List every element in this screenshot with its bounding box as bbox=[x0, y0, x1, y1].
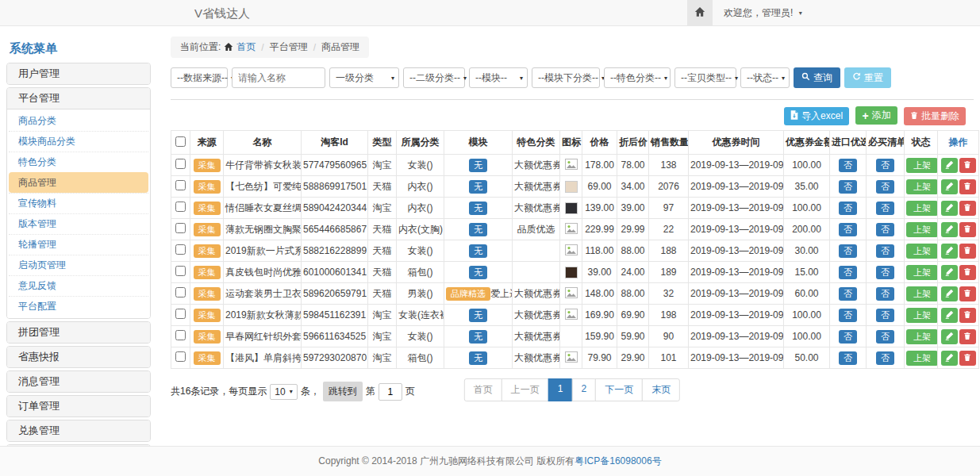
must-buy-toggle[interactable]: 否 bbox=[876, 202, 894, 215]
status-badge[interactable]: 上架 bbox=[906, 179, 938, 194]
must-buy-toggle[interactable]: 否 bbox=[876, 244, 894, 258]
import-excel-button[interactable]: 导入excel bbox=[784, 107, 849, 125]
edit-button[interactable] bbox=[941, 244, 958, 259]
must-buy-toggle[interactable]: 否 bbox=[876, 223, 894, 236]
must-buy-toggle[interactable]: 否 bbox=[876, 180, 894, 194]
sidebar-item[interactable]: 模块商品分类 bbox=[9, 131, 148, 152]
row-checkbox[interactable] bbox=[175, 244, 186, 255]
page-button[interactable]: 上一页 bbox=[502, 378, 549, 401]
page-button[interactable]: 1 bbox=[548, 378, 573, 401]
status-badge[interactable]: 上架 bbox=[906, 158, 938, 173]
reset-button[interactable]: 重置 bbox=[844, 67, 891, 88]
must-buy-toggle[interactable]: 否 bbox=[876, 309, 894, 322]
imported-toggle[interactable]: 否 bbox=[839, 159, 857, 172]
breadcrumb-home-link[interactable]: 首页 bbox=[236, 40, 256, 54]
imported-toggle[interactable]: 否 bbox=[839, 330, 857, 344]
row-checkbox[interactable] bbox=[175, 159, 186, 169]
page-button[interactable]: 末页 bbox=[642, 378, 680, 401]
status-badge[interactable]: 上架 bbox=[906, 329, 938, 344]
edit-button[interactable] bbox=[941, 158, 958, 173]
sidebar-group-heading[interactable]: 消息管理 bbox=[7, 371, 150, 392]
bulk-delete-button[interactable]: 批量删除 bbox=[904, 107, 966, 125]
must-buy-toggle[interactable]: 否 bbox=[876, 351, 894, 365]
filter-select[interactable]: --模块--▾ bbox=[469, 67, 528, 88]
select-all-checkbox[interactable] bbox=[175, 136, 186, 147]
sidebar-item[interactable]: 商品分类 bbox=[9, 111, 148, 131]
must-buy-toggle[interactable]: 否 bbox=[876, 159, 894, 172]
row-checkbox[interactable] bbox=[175, 223, 186, 233]
sidebar-item[interactable]: 轮播管理 bbox=[9, 234, 148, 255]
goto-button[interactable]: 跳转到 bbox=[323, 382, 363, 401]
name-search-input[interactable] bbox=[232, 67, 325, 88]
filter-select[interactable]: 一级分类▾ bbox=[329, 67, 399, 88]
delete-button[interactable] bbox=[959, 286, 976, 301]
edit-button[interactable] bbox=[941, 222, 958, 237]
status-badge[interactable]: 上架 bbox=[906, 244, 938, 259]
row-checkbox[interactable] bbox=[175, 351, 186, 362]
sidebar-group-heading[interactable]: 拼团管理 bbox=[7, 322, 150, 343]
row-checkbox[interactable] bbox=[175, 266, 186, 276]
page-button[interactable]: 首页 bbox=[464, 378, 502, 401]
delete-button[interactable] bbox=[959, 222, 976, 237]
delete-button[interactable] bbox=[959, 244, 976, 259]
page-number-input[interactable] bbox=[379, 383, 402, 401]
sidebar-group-heading[interactable]: 用户管理 bbox=[7, 63, 150, 84]
edit-button[interactable] bbox=[941, 308, 958, 323]
user-menu[interactable]: 欢迎您，管理员! ▾ bbox=[724, 6, 802, 20]
filter-select[interactable]: --状态--▾ bbox=[740, 67, 790, 88]
filter-select[interactable]: --二级分类--▾ bbox=[403, 67, 465, 88]
status-badge[interactable]: 上架 bbox=[906, 286, 938, 301]
delete-button[interactable] bbox=[959, 201, 976, 216]
imported-toggle[interactable]: 否 bbox=[839, 223, 857, 236]
status-badge[interactable]: 上架 bbox=[906, 351, 938, 366]
delete-button[interactable] bbox=[959, 179, 976, 194]
sidebar-group-heading[interactable]: 兑换管理 bbox=[7, 420, 150, 441]
edit-button[interactable] bbox=[941, 179, 958, 194]
edit-button[interactable] bbox=[941, 286, 958, 301]
page-button[interactable]: 下一页 bbox=[595, 378, 643, 401]
sidebar-item[interactable]: 启动页管理 bbox=[9, 255, 148, 275]
delete-button[interactable] bbox=[959, 329, 976, 344]
filter-select[interactable]: --数据来源--▾ bbox=[171, 67, 228, 88]
filter-select[interactable]: --模块下分类--▾ bbox=[532, 67, 600, 88]
sidebar-group-heading[interactable]: 订单管理 bbox=[7, 396, 150, 416]
per-page-select[interactable]: 10 ▾ bbox=[270, 384, 297, 400]
status-badge[interactable]: 上架 bbox=[906, 222, 938, 237]
status-badge[interactable]: 上架 bbox=[906, 265, 938, 280]
must-buy-toggle[interactable]: 否 bbox=[876, 266, 894, 279]
edit-button[interactable] bbox=[941, 351, 958, 366]
sidebar-item[interactable]: 版本管理 bbox=[9, 213, 148, 234]
sidebar-group-heading[interactable]: 平台管理 bbox=[7, 88, 150, 109]
add-button[interactable]: + 添加 bbox=[855, 106, 897, 125]
status-badge[interactable]: 上架 bbox=[906, 308, 938, 323]
search-button[interactable]: 查询 bbox=[794, 67, 840, 88]
sidebar-item[interactable]: 商品管理 bbox=[9, 172, 148, 193]
delete-button[interactable] bbox=[959, 265, 976, 280]
imported-toggle[interactable]: 否 bbox=[839, 180, 857, 194]
imported-toggle[interactable]: 否 bbox=[839, 202, 857, 215]
imported-toggle[interactable]: 否 bbox=[839, 309, 857, 322]
row-checkbox[interactable] bbox=[175, 180, 186, 190]
row-checkbox[interactable] bbox=[175, 287, 186, 298]
sidebar-item[interactable]: 宣传物料 bbox=[9, 193, 148, 213]
status-badge[interactable]: 上架 bbox=[906, 201, 938, 216]
delete-button[interactable] bbox=[959, 351, 976, 366]
row-checkbox[interactable] bbox=[175, 309, 186, 319]
sidebar-item[interactable]: 意见反馈 bbox=[9, 275, 148, 296]
row-checkbox[interactable] bbox=[175, 202, 186, 212]
imported-toggle[interactable]: 否 bbox=[839, 287, 857, 301]
delete-button[interactable] bbox=[959, 158, 976, 173]
icp-link[interactable]: 粤ICP备16098006号 bbox=[575, 455, 661, 466]
must-buy-toggle[interactable]: 否 bbox=[876, 287, 894, 301]
imported-toggle[interactable]: 否 bbox=[839, 351, 857, 365]
filter-select[interactable]: --宝贝类型--▾ bbox=[674, 67, 736, 88]
edit-button[interactable] bbox=[941, 265, 958, 280]
delete-button[interactable] bbox=[959, 308, 976, 323]
imported-toggle[interactable]: 否 bbox=[839, 244, 857, 258]
page-button[interactable]: 2 bbox=[572, 378, 597, 401]
imported-toggle[interactable]: 否 bbox=[839, 266, 857, 279]
sidebar-item[interactable]: 平台配置 bbox=[9, 296, 148, 317]
sidebar-item[interactable]: 特色分类 bbox=[9, 152, 148, 172]
edit-button[interactable] bbox=[941, 201, 958, 216]
home-button[interactable] bbox=[687, 0, 713, 26]
